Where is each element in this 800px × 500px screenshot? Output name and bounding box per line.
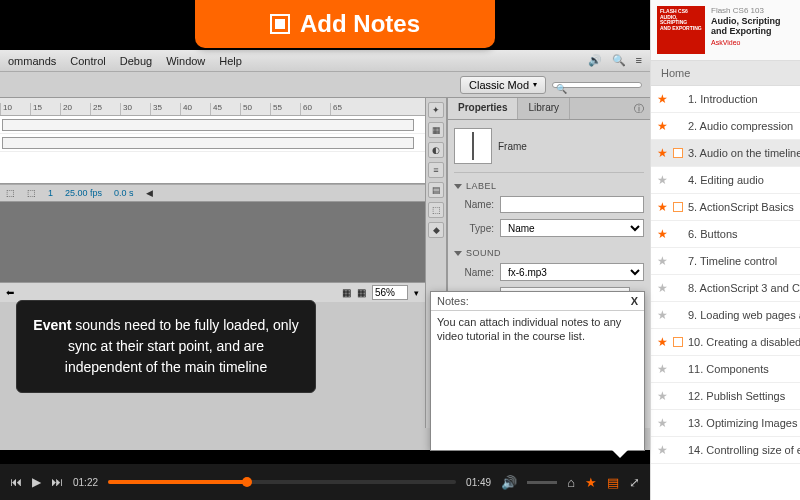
help-search[interactable] — [552, 82, 642, 88]
ruler-tick: 55 — [270, 103, 300, 115]
course-sidebar: FLASH CS6 AUDIO, SCRIPTING AND EXPORTING… — [650, 0, 800, 500]
home-icon[interactable]: ⌂ — [567, 475, 575, 490]
star-icon[interactable]: ★ — [657, 417, 668, 429]
star-icon[interactable]: ★ — [657, 120, 668, 132]
app-menubar[interactable]: ommands Control Debug Window Help 🔊 🔍 ≡ — [0, 50, 650, 72]
label-type-select[interactable]: Name — [500, 219, 644, 237]
lesson-item[interactable]: ★9. Loading web pages and — [651, 302, 800, 329]
zoom-dropdown-icon[interactable]: ▾ — [414, 288, 419, 298]
menu-item[interactable]: Help — [219, 55, 242, 67]
ruler-tick: 15 — [30, 103, 60, 115]
star-icon[interactable]: ★ — [585, 475, 597, 490]
video-area: Add Notes ommands Control Debug Window H… — [0, 0, 650, 500]
info-icon[interactable]: ⓘ — [628, 98, 650, 119]
tool-button[interactable]: ▦ — [428, 122, 444, 138]
star-icon[interactable]: ★ — [657, 255, 668, 267]
search-icon[interactable]: 🔍 — [612, 54, 626, 67]
workspace-switcher[interactable]: Classic Mod ▾ — [460, 76, 546, 94]
tool-button[interactable]: ≡ — [428, 162, 444, 178]
grid-icon[interactable]: ▦ — [342, 287, 351, 298]
timeline-ruler[interactable]: 101520253035404550556065 — [0, 98, 425, 116]
star-icon[interactable]: ★ — [657, 93, 668, 105]
course-code: Flash CS6 103 — [711, 6, 794, 16]
course-title: Audio, Scripting and Exporting — [711, 16, 794, 38]
star-icon[interactable]: ★ — [657, 363, 668, 375]
frame-info: Frame — [454, 124, 644, 173]
menu-item[interactable]: Control — [70, 55, 105, 67]
feature-banner: Add Notes — [195, 0, 495, 48]
star-icon[interactable]: ★ — [657, 390, 668, 402]
lesson-item[interactable]: ★12. Publish Settings — [651, 383, 800, 410]
prev-button[interactable]: ⏮ — [10, 475, 22, 489]
star-icon[interactable]: ★ — [657, 201, 668, 213]
note-indicator-icon — [673, 337, 683, 347]
star-icon[interactable]: ★ — [657, 336, 668, 348]
timeline-tracks[interactable] — [0, 116, 425, 184]
label-name-input[interactable] — [500, 196, 644, 213]
ruler-tick: 45 — [210, 103, 240, 115]
ruler-tick: 65 — [330, 103, 360, 115]
lesson-item[interactable]: ★6. Buttons — [651, 221, 800, 248]
frame-type-label: Frame — [498, 141, 527, 152]
menu-item[interactable]: ommands — [8, 55, 56, 67]
back-icon[interactable]: ⬅ — [6, 287, 14, 298]
timeline-layer-row[interactable] — [0, 134, 425, 152]
menu-item[interactable]: Debug — [120, 55, 152, 67]
lesson-item[interactable]: ★11. Components — [651, 356, 800, 383]
play-button[interactable]: ▶ — [32, 475, 41, 489]
lesson-label: 12. Publish Settings — [688, 390, 785, 402]
star-icon[interactable]: ★ — [657, 309, 668, 321]
progress-bar[interactable] — [108, 480, 456, 484]
lesson-item[interactable]: ★13. Optimizing Images — [651, 410, 800, 437]
note-indicator-icon — [673, 202, 683, 212]
star-icon[interactable]: ★ — [657, 228, 668, 240]
star-icon[interactable]: ★ — [657, 147, 668, 159]
star-icon[interactable]: ★ — [657, 282, 668, 294]
grid-icon[interactable]: ▦ — [357, 287, 366, 298]
lesson-item[interactable]: ★4. Editing audio — [651, 167, 800, 194]
lesson-item[interactable]: ★5. ActionScript Basics — [651, 194, 800, 221]
notes-body[interactable]: You can attach individual notes to any v… — [431, 311, 644, 348]
tab-properties[interactable]: Properties — [448, 98, 518, 119]
tool-button[interactable]: ◐ — [428, 142, 444, 158]
zoom-input[interactable] — [372, 285, 408, 300]
volume-slider[interactable] — [527, 481, 557, 484]
lesson-item[interactable]: ★1. Introduction — [651, 86, 800, 113]
lesson-item[interactable]: ★2. Audio compression — [651, 113, 800, 140]
tab-library[interactable]: Library — [518, 98, 570, 119]
stage[interactable] — [0, 202, 425, 282]
notes-header: Notes: — [437, 295, 469, 307]
player-bar: ⏮ ▶ ⏭ 01:22 01:49 🔊 ⌂ ★ ▤ ⤢ — [0, 464, 650, 500]
timeline-layer-row[interactable] — [0, 116, 425, 134]
lesson-item[interactable]: ★7. Timeline control — [651, 248, 800, 275]
lesson-item[interactable]: ★3. Audio on the timeline — [651, 140, 800, 167]
field-label: Type: — [454, 223, 494, 234]
notes-toggle-icon[interactable]: ▤ — [607, 475, 619, 490]
star-icon[interactable]: ★ — [657, 174, 668, 186]
lesson-item[interactable]: ★14. Controlling size of export — [651, 437, 800, 464]
menu-item[interactable]: Window — [166, 55, 205, 67]
lesson-item[interactable]: ★10. Creating a disabled button — [651, 329, 800, 356]
ruler-tick: 40 — [180, 103, 210, 115]
tool-button[interactable]: ▤ — [428, 182, 444, 198]
tool-button[interactable]: ⬚ — [428, 202, 444, 218]
lesson-label: 1. Introduction — [688, 93, 758, 105]
close-icon[interactable]: X — [631, 295, 638, 307]
volume-icon[interactable]: 🔊 — [501, 475, 517, 490]
expand-icon[interactable]: ⤢ — [629, 475, 640, 490]
volume-icon[interactable]: 🔊 — [588, 54, 602, 67]
frame-thumbnail — [454, 128, 492, 164]
star-icon[interactable]: ★ — [657, 444, 668, 456]
lesson-item[interactable]: ★8. ActionScript 3 and Code Snippets — [651, 275, 800, 302]
sound-name-select[interactable]: fx-6.mp3 — [500, 263, 644, 281]
ruler-tick: 25 — [90, 103, 120, 115]
tool-button[interactable]: ✦ — [428, 102, 444, 118]
progress-knob[interactable] — [242, 477, 252, 487]
tool-button[interactable]: ◆ — [428, 222, 444, 238]
note-indicator-icon — [673, 148, 683, 158]
sidebar-home[interactable]: Home — [651, 60, 800, 86]
menu-extra-icon[interactable]: ≡ — [636, 54, 642, 67]
next-button[interactable]: ⏭ — [51, 475, 63, 489]
panel-tabs: Properties Library ⓘ — [448, 98, 650, 120]
course-thumbnail: FLASH CS6 AUDIO, SCRIPTING AND EXPORTING — [657, 6, 705, 54]
